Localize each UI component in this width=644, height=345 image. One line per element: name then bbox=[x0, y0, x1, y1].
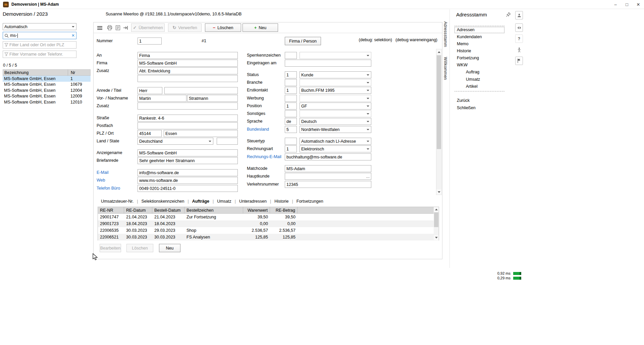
scrollbar-thumb[interactable] bbox=[434, 212, 438, 227]
maximize-button[interactable]: □ bbox=[621, 0, 633, 9]
werbung-code-field[interactable] bbox=[285, 95, 297, 102]
scroll-down-arrow[interactable] bbox=[436, 189, 441, 195]
side-tab-adressstamm[interactable]: Adressstamm bbox=[443, 21, 448, 47]
anzeigename-field[interactable] bbox=[138, 149, 238, 156]
erstkontakt-select[interactable]: Buchm.FFM 1995 bbox=[300, 87, 371, 94]
address-list-header[interactable]: Bezeichnung Nr bbox=[3, 69, 91, 76]
zusatz2-field[interactable] bbox=[138, 75, 238, 82]
hauptkunde-browse-button[interactable]: ... bbox=[366, 174, 370, 179]
anrede-field[interactable] bbox=[138, 87, 162, 94]
sidebar-item-wkw[interactable]: WKW bbox=[457, 62, 468, 68]
filter-person-input[interactable] bbox=[9, 52, 75, 57]
sidebar-item-umsatz[interactable]: Umsatz bbox=[466, 77, 480, 82]
form-scrollbar[interactable] bbox=[436, 49, 442, 195]
table-row[interactable]: 22006521 30.03.2023 30.03.2023 FS Analys… bbox=[98, 234, 439, 240]
column-header[interactable]: RE-Datum bbox=[124, 207, 152, 214]
branche-select[interactable] bbox=[300, 79, 371, 86]
sonstiges-code-field[interactable] bbox=[285, 110, 297, 117]
sidebar-item-kundendaten[interactable]: Kundendaten bbox=[457, 34, 482, 40]
pin-icon[interactable] bbox=[506, 12, 511, 18]
sperr-code-field[interactable] bbox=[285, 52, 297, 59]
scroll-up-arrow[interactable] bbox=[434, 207, 439, 212]
sonstiges-select[interactable] bbox=[300, 110, 371, 117]
apply-button[interactable]: ✓ Übernehmen bbox=[131, 23, 165, 32]
bundesland-code-field[interactable] bbox=[285, 126, 297, 133]
email-link[interactable]: E-Mail bbox=[97, 169, 108, 176]
column-header-nr[interactable]: Nr bbox=[68, 70, 75, 75]
firma-field[interactable] bbox=[138, 60, 238, 67]
position-code-field[interactable] bbox=[285, 102, 297, 110]
list-item[interactable]: MS-Software GmbH, Essen 10679 bbox=[3, 82, 91, 88]
sprache-select[interactable]: Deutsch bbox=[300, 118, 371, 125]
werbung-select[interactable] bbox=[300, 95, 371, 102]
discard-button[interactable]: ↻ Verwerfen bbox=[168, 23, 202, 32]
sidebar-item-schliessen[interactable]: Schließen bbox=[457, 105, 476, 111]
column-header[interactable]: RE-Betrag bbox=[270, 207, 298, 214]
tab-umsatz[interactable]: Umsatz bbox=[214, 199, 234, 204]
search-input[interactable]: ms- ✕ bbox=[3, 32, 76, 39]
list-item[interactable]: MS-Software GmbH, Essen 12009 bbox=[3, 93, 91, 99]
user-profile-icon[interactable] bbox=[515, 11, 523, 19]
sidebar-item-historie[interactable]: Historie bbox=[457, 48, 471, 54]
bundesland-link[interactable]: Bundesland bbox=[247, 126, 269, 133]
briefanrede-field[interactable] bbox=[138, 157, 238, 164]
strasse-field[interactable] bbox=[138, 115, 238, 122]
menu-icon[interactable] bbox=[96, 24, 103, 31]
minimize-button[interactable]: – bbox=[610, 0, 621, 9]
scroll-up-arrow[interactable] bbox=[436, 49, 441, 55]
column-header-name[interactable]: Bezeichnung bbox=[3, 69, 68, 76]
sidebar-item-fortsetzung[interactable]: Fortsetzung bbox=[457, 55, 479, 61]
an-field[interactable] bbox=[138, 52, 238, 59]
report-icon[interactable] bbox=[114, 24, 121, 31]
hauptkunde-field[interactable]: ... bbox=[285, 173, 371, 180]
clear-search-icon[interactable]: ✕ bbox=[71, 33, 75, 38]
status-select[interactable]: Kunde bbox=[300, 71, 371, 78]
orders-header[interactable]: RE-NR RE-Datum Bestell-Datum Bestellzeic… bbox=[98, 207, 439, 214]
sidebar-item-memo[interactable]: Memo bbox=[457, 41, 469, 47]
position-select[interactable]: GF bbox=[300, 102, 371, 110]
person-icon[interactable] bbox=[515, 46, 523, 54]
sprache-code-field[interactable] bbox=[285, 118, 297, 125]
scrollbar-thumb[interactable] bbox=[437, 55, 441, 149]
match-mode-select[interactable]: Automatisch bbox=[3, 23, 76, 30]
zusatz-field[interactable] bbox=[138, 67, 238, 74]
verkehrsnummer-field[interactable] bbox=[285, 181, 371, 188]
list-item[interactable]: MS-Software GmbH, Essen 1 bbox=[3, 76, 91, 82]
matchcode-field[interactable] bbox=[285, 165, 371, 172]
nummer-field[interactable] bbox=[138, 38, 162, 45]
status-code-field[interactable] bbox=[285, 71, 297, 78]
eingetragen-field[interactable] bbox=[285, 60, 371, 67]
scroll-down-arrow[interactable] bbox=[434, 235, 439, 240]
erstkontakt-code-field[interactable] bbox=[285, 87, 297, 94]
filter-person-field[interactable] bbox=[3, 51, 76, 58]
tab-historie[interactable]: Historie bbox=[271, 199, 292, 204]
tab-unteradressen[interactable]: Unteradressen bbox=[236, 199, 270, 204]
state-field[interactable] bbox=[217, 138, 238, 145]
tab-auftraege[interactable]: Aufträge bbox=[189, 199, 213, 204]
sidebar-item-artikel[interactable]: Artikel bbox=[466, 84, 478, 89]
tab-fortsetzungen[interactable]: Fortsetzungen bbox=[293, 199, 327, 204]
flag-icon[interactable] bbox=[515, 57, 523, 65]
rechnungsart-code-field[interactable] bbox=[285, 145, 297, 152]
table-row[interactable]: 29001723 18.04.2023 18.04.2023 0,00 0,00 bbox=[98, 220, 439, 227]
print-icon[interactable] bbox=[106, 24, 113, 31]
table-row[interactable]: 22006535 30.03.2023 29.03.2023 Shop 2.53… bbox=[98, 227, 439, 234]
export-icon[interactable] bbox=[122, 24, 129, 31]
vorname-field[interactable] bbox=[138, 95, 186, 102]
side-tab-willkommen[interactable]: Willkommen bbox=[443, 57, 448, 80]
column-header[interactable]: Bestell-Datum bbox=[152, 207, 184, 214]
titel-field[interactable] bbox=[164, 87, 238, 94]
collapse-panel-icon[interactable] bbox=[515, 23, 523, 32]
telefon-field[interactable] bbox=[138, 185, 238, 192]
rechnungsart-select[interactable]: Elektronisch bbox=[300, 145, 371, 152]
sidebar-item-auftrag[interactable]: Auftrag bbox=[466, 69, 479, 75]
sidebar-item-adressen[interactable]: Adressen bbox=[454, 27, 504, 33]
new-button[interactable]: + Neu bbox=[243, 23, 278, 32]
sidebar-item-zurueck[interactable]: Zurück bbox=[457, 98, 470, 104]
help-icon[interactable]: ? bbox=[515, 34, 523, 43]
plz-field[interactable] bbox=[138, 130, 162, 137]
nachname-field[interactable] bbox=[187, 95, 238, 102]
new-order-button[interactable]: Neu bbox=[159, 244, 180, 252]
close-button[interactable]: ✕ bbox=[633, 0, 644, 9]
email-field[interactable] bbox=[138, 169, 238, 176]
